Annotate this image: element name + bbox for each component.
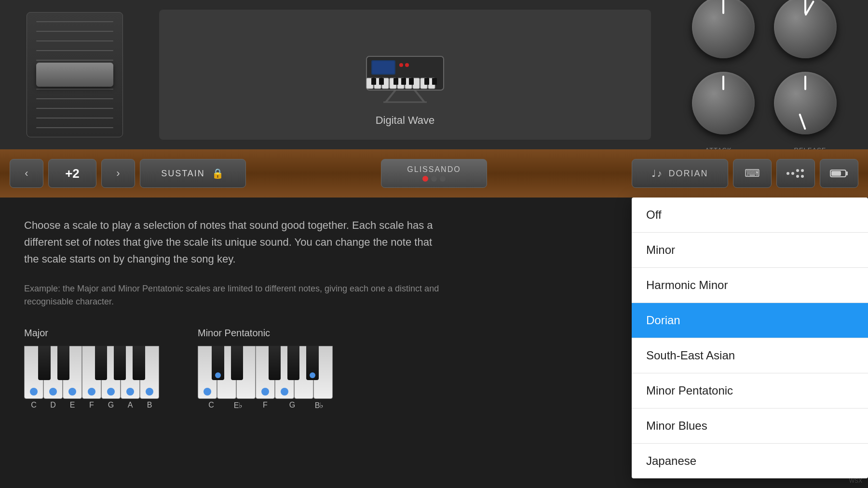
svg-point-29 [801,175,804,178]
glissando-button[interactable]: GLISSANDO [381,159,487,188]
bottom-section: Choose a scale to play a selection of no… [0,198,868,488]
minor-pentatonic-diagram: Minor Pentatonic [198,328,333,410]
instrument-icon [357,23,453,109]
slider-line [36,127,113,128]
svg-rect-21 [409,78,414,85]
svg-rect-19 [393,78,398,85]
minor-white-key-g [275,346,294,399]
dot-red [422,176,428,182]
minor-white-key-e [236,346,256,399]
svg-rect-31 [846,171,848,175]
minor-note-eb: E♭ [225,401,252,410]
minor-white-key-c [198,346,217,399]
instrument-display: Digital Wave [159,10,651,140]
prev-icon: ‹ [25,167,28,180]
svg-rect-17 [371,78,376,85]
toolbar: ‹ +2 › SUSTAIN 🔒 GLISSANDO ♩♪ DORIAN ⌨ [0,149,868,198]
minor-white-keys [198,346,333,399]
svg-point-7 [405,63,409,67]
slider-line [36,31,113,32]
svg-line-0 [386,90,395,102]
dropdown-item-minor-pentatonic[interactable]: Minor Pentatonic [632,373,868,409]
white-key-a [121,346,140,399]
minor-note-bb: B♭ [306,401,333,410]
dropdown-item-off[interactable]: Off [632,198,868,233]
svg-point-6 [399,63,403,67]
slider-line [36,50,113,51]
pitch-slider-thumb[interactable] [36,63,113,87]
keyboard-svg [357,27,453,105]
knob-bottom-right[interactable] [774,72,837,134]
minor-white-key-f [256,346,275,399]
prev-button[interactable]: ‹ [10,159,43,188]
keyboard-view-button[interactable]: ⌨ [733,159,772,188]
minor-note-f: F [252,401,279,410]
dropdown-item-south-east-asian[interactable]: South-East Asian [632,338,868,373]
major-diagram: Major [24,328,159,410]
knob-bottom-left[interactable] [692,72,755,134]
major-note-labels: C D E F G A B [24,401,159,409]
minor-note-c: C [198,401,225,410]
dropdown-item-minor[interactable]: Minor [632,233,868,268]
dots-svg [786,168,805,179]
svg-rect-14 [413,78,420,89]
next-button[interactable]: › [101,159,135,188]
svg-point-27 [801,169,804,172]
dot-dark-2 [440,176,446,182]
minor-piano-keys [198,346,333,399]
svg-line-1 [415,90,424,102]
note-b: B [140,401,159,409]
lock-icon: 🔒 [212,168,225,179]
note-c: C [24,401,43,409]
slider-area [0,0,149,149]
sustain-button[interactable]: SUSTAIN 🔒 [140,159,246,188]
transpose-button[interactable]: +2 [48,159,96,188]
instrument-name: Digital Wave [376,114,435,127]
major-title: Major [24,328,48,339]
description-example: Example: the Major and Minor Pentatonic … [24,282,444,308]
svg-point-24 [787,172,789,175]
slider-line [36,98,113,99]
slider-line [36,21,113,22]
dropdown-item-japanese[interactable]: Japanese [632,444,868,478]
slider-line [36,60,113,61]
scale-button[interactable]: ♩♪ DORIAN [632,159,728,188]
dropdown-item-harmonic-minor[interactable]: Harmonic Minor [632,268,868,303]
svg-point-25 [791,172,794,175]
white-key-b [140,346,159,399]
white-key-d [43,346,63,399]
dots-button[interactable] [776,159,815,188]
dropdown-item-minor-blues[interactable]: Minor Blues [632,409,868,444]
transpose-value: +2 [65,166,80,181]
svg-point-28 [796,175,799,178]
dot-dark-1 [431,176,437,182]
svg-rect-23 [432,78,437,85]
white-key-c [24,346,43,399]
top-section: Digital Wave ATTACK RELEASE [0,0,868,149]
slider-line [36,108,113,109]
music-note-icon: ♩♪ [651,168,663,179]
battery-svg [829,166,849,181]
svg-rect-5 [372,61,394,74]
keyboard-icon: ⌨ [745,167,760,180]
svg-rect-20 [401,78,406,85]
knob-top-right[interactable] [774,0,837,58]
slider-line [36,89,113,90]
minor-white-key-b [313,346,333,399]
knobs-area: ATTACK RELEASE [661,0,868,149]
battery-button[interactable] [820,159,858,188]
note-a: A [121,401,140,409]
scale-label: DORIAN [668,169,708,179]
slider-line [36,40,113,41]
white-key-g [101,346,121,399]
note-d: D [43,401,63,409]
sustain-label: SUSTAIN [161,169,205,179]
minor-pentatonic-title: Minor Pentatonic [198,328,270,339]
svg-point-26 [796,169,799,172]
glissando-label: GLISSANDO [407,165,461,174]
note-e: E [63,401,82,409]
knob-top-left[interactable] [692,0,755,58]
major-white-keys [24,346,159,399]
dropdown-item-dorian[interactable]: Dorian [632,303,868,338]
pitch-slider-track [27,12,123,137]
